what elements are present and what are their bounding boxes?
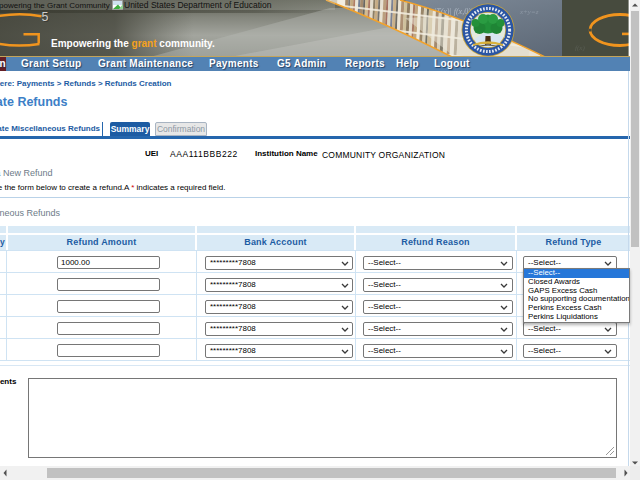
svg-text:5: 5 (42, 10, 49, 24)
svg-text:f(x): f(x) (575, 44, 585, 52)
svg-text:Empowering the Grant Community: Empowering the Grant Community (0, 1, 110, 10)
svg-text:Empowering the grant community: Empowering the grant community. (51, 38, 215, 49)
svg-text:x+y=z: x+y=z (519, 8, 539, 16)
svg-text:United States Department of Ed: United States Department of Education (124, 0, 272, 10)
